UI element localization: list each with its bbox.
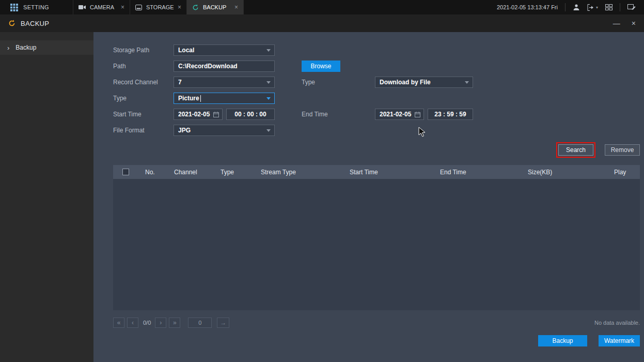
bottom-actions: Backup Watermark [113, 335, 640, 346]
download-type-select[interactable]: Download by File [375, 77, 473, 88]
column-header-size: Size(KB) [521, 169, 607, 176]
chevron-down-icon [465, 81, 469, 84]
storage-icon [135, 5, 142, 10]
topbar-right: 2021-02-05 13:13:47 Fri ▾ [497, 0, 644, 14]
close-icon[interactable]: × [121, 4, 124, 10]
sidebar: › Backup [0, 32, 93, 362]
first-page-button[interactable]: « [113, 318, 124, 328]
tab-camera[interactable]: CAMERA × [73, 0, 130, 14]
top-tab-bar: SETTING CAMERA × STORAGE × BACKUP × [0, 0, 644, 14]
column-header-type: Type [213, 169, 254, 176]
column-header-stream-type: Stream Type [254, 169, 342, 176]
setting-menu[interactable]: SETTING [0, 0, 73, 14]
start-time-value: 00 : 00 : 00 [234, 111, 266, 118]
download-type-label: Type [302, 79, 375, 86]
datetime: 2021-02-05 13:13:47 Fri [497, 4, 558, 10]
end-time-value: 23 : 59 : 59 [434, 111, 466, 118]
tab-camera-label: CAMERA [90, 4, 114, 10]
layout-grid-icon [605, 4, 612, 10]
end-time-label: End Time [302, 111, 375, 118]
page-info: 0/0 [143, 320, 151, 326]
record-channel-select[interactable]: 7 [174, 77, 275, 88]
chevron-down-icon [266, 49, 271, 52]
chevron-down-icon [266, 97, 271, 100]
sidebar-item-backup[interactable]: › Backup [0, 40, 93, 55]
prev-page-button[interactable]: ‹ [127, 318, 138, 328]
minimize-button[interactable]: — [613, 20, 620, 27]
tab-backup[interactable]: BACKUP × [187, 0, 244, 14]
end-date-input[interactable]: 2021-02-05 [375, 109, 424, 120]
app-body: › Backup Storage Path Local Path C:\Reco… [0, 32, 644, 362]
form-row: Path C:\RecordDownload Browse [113, 61, 640, 72]
close-button[interactable]: × [632, 20, 636, 27]
start-time-label: Start Time [113, 111, 174, 118]
start-date-input[interactable]: 2021-02-05 [174, 109, 223, 120]
chevron-down-icon: ▾ [596, 5, 598, 10]
storage-path-value: Local [178, 47, 194, 54]
storage-path-select[interactable]: Local [174, 44, 275, 56]
divider [620, 3, 620, 11]
tab-backup-label: BACKUP [203, 4, 226, 10]
chevron-right-icon: › [7, 44, 9, 52]
tab-storage-label: STORAGE [146, 4, 174, 10]
setting-label: SETTING [23, 4, 49, 10]
last-page-button[interactable]: » [169, 318, 180, 328]
search-button[interactable]: Search [558, 144, 593, 156]
file-format-label: File Format [113, 127, 174, 134]
column-header-channel: Channel [167, 169, 213, 176]
start-time-input[interactable]: 00 : 00 : 00 [226, 109, 275, 120]
form-row: Type Picture [113, 93, 640, 104]
table-body-empty [113, 179, 640, 310]
backup-icon [192, 4, 199, 11]
record-channel-value: 7 [178, 79, 182, 86]
record-channel-label: Record Channel [113, 79, 174, 86]
storage-path-label: Storage Path [113, 47, 174, 54]
screen-edit-icon [627, 4, 636, 11]
backup-panel: Storage Path Local Path C:\RecordDownloa… [93, 32, 644, 362]
text-cursor [200, 95, 201, 102]
column-header-no: No. [138, 169, 167, 176]
logout-icon [587, 4, 594, 11]
mouse-cursor [418, 127, 428, 138]
sidebar-item-label: Backup [15, 44, 36, 51]
close-icon[interactable]: × [178, 4, 181, 10]
user-button[interactable] [573, 4, 580, 11]
end-time-input[interactable]: 23 : 59 : 59 [428, 109, 473, 120]
pagination: « ‹ 0/0 › » 0 → No data available. [113, 318, 640, 328]
type-label: Type [113, 95, 174, 102]
form-row: Record Channel 7 Type Download by File [113, 77, 640, 88]
window-title-bar: BACKUP — × [0, 14, 644, 32]
remove-button[interactable]: Remove [605, 144, 640, 156]
no-data-message: No data available. [594, 320, 640, 326]
file-format-select[interactable]: JPG [174, 125, 275, 136]
logout-button[interactable]: ▾ [587, 4, 598, 11]
action-row: Search Remove [113, 143, 640, 157]
backup-button[interactable]: Backup [538, 335, 587, 346]
file-format-value: JPG [178, 127, 191, 134]
type-select[interactable]: Picture [174, 93, 275, 104]
select-all-checkbox[interactable] [122, 169, 129, 175]
go-to-page-button[interactable]: → [217, 318, 229, 328]
tab-storage[interactable]: STORAGE × [130, 0, 187, 14]
form-row: Storage Path Local [113, 44, 640, 56]
next-page-button[interactable]: › [155, 318, 166, 328]
page-number-input[interactable]: 0 [188, 318, 212, 328]
header-checkbox-cell [113, 169, 138, 175]
user-icon [573, 4, 580, 11]
start-date-value: 2021-02-05 [178, 111, 210, 118]
type-value: Picture [178, 95, 199, 102]
path-input[interactable]: C:\RecordDownload [174, 61, 275, 72]
watermark-button[interactable]: Watermark [599, 335, 640, 346]
backup-window: SETTING CAMERA × STORAGE × BACKUP × [0, 0, 644, 362]
form-row: File Format JPG [113, 125, 640, 136]
window-controls: — × [613, 20, 636, 27]
path-value: C:\RecordDownload [178, 63, 238, 70]
close-icon[interactable]: × [234, 4, 238, 10]
divider [565, 3, 566, 11]
calendar-icon [213, 112, 219, 117]
browse-button[interactable]: Browse [302, 61, 340, 72]
live-view-button[interactable] [627, 4, 636, 11]
layout-button[interactable] [605, 4, 612, 10]
path-label: Path [113, 63, 174, 70]
column-header-end-time: End Time [433, 169, 521, 176]
